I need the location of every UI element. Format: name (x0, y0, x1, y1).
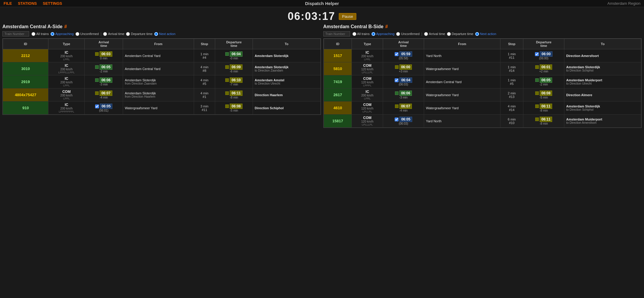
cell-id: 2212 (3, 49, 48, 62)
cell-type: COM 120 km/h LPLLPL (352, 102, 383, 115)
time-checkbox[interactable] (535, 52, 539, 56)
cell-id: 2919 (3, 75, 48, 88)
menu-stations[interactable]: STATIONS (18, 1, 37, 6)
cell-arrival: 06:05 (06:03) (383, 115, 424, 128)
cell-to: Amsterdam Sloterdijk (253, 49, 320, 62)
panel-b-title: Amsterdam Central B-Side # (323, 24, 642, 29)
col-departure-b: Departuretime (523, 39, 564, 49)
table-row[interactable]: 15817 COM 120 km/h LPLLLPL 06:05 (06:03)… (324, 115, 641, 128)
cell-type: IC 200 km/h LPPPLLLPPL (48, 62, 85, 75)
panel-a-title: Amsterdam Central A-Side # (2, 24, 321, 29)
table-row[interactable]: 4610 COM 120 km/h LPLLPL 06:07 -4 min Wa… (324, 102, 641, 115)
table-b-container: ID Type Arrivaltime From Stop Departuret… (323, 38, 642, 128)
col-arrival-a: Arrivaltime (85, 39, 123, 49)
separator-b: | (421, 32, 422, 36)
clock-display: 06:03:17 (288, 10, 335, 23)
col-stop-b: Stop (500, 39, 523, 49)
radio-approaching-a[interactable] (51, 32, 54, 36)
panel-a: Amsterdam Central A-Side # All trains Ap… (2, 24, 321, 128)
cell-arrival: 06:00 +3 min (383, 62, 424, 75)
table-row[interactable]: 2212 IC 200 km/h LPRL 06:03 0 min Amster… (3, 49, 321, 62)
col-to-b: To (564, 39, 641, 49)
table-row[interactable]: 3010 IC 200 km/h LPPPLLLPPL 06:05 -2 min… (3, 62, 321, 75)
col-stop-a: Stop (194, 39, 215, 49)
cell-stop: 2 min#13 (500, 88, 523, 102)
table-a-container: ID Type Arrivaltime From Stop Departuret… (2, 38, 321, 115)
menu-file[interactable]: FILE (4, 1, 12, 6)
table-row[interactable]: 1517 IC 200 km/h LPRL 05:59 (05:58) Yard… (324, 49, 641, 62)
cell-type: IC 200 km/h LPPPPPPPL (48, 102, 85, 115)
radio-departure-a[interactable] (126, 32, 130, 36)
table-row[interactable]: 7419 COM 120 km/h LPPPL 06:04 (06:03) Am… (324, 75, 641, 88)
cell-stop: 1 min#14 (500, 62, 523, 75)
radio-approaching-b[interactable] (371, 32, 375, 36)
radio-arrival-a[interactable] (103, 32, 107, 36)
pause-button[interactable]: Pause (339, 13, 356, 20)
cell-id: 5810 (324, 62, 352, 75)
radio-departure-b[interactable] (447, 32, 451, 36)
cell-departure: 06:01 +2 min (523, 62, 564, 75)
cell-from: Amsterdam Central Yard (123, 62, 194, 75)
cell-arrival: 06:06 -3 min (383, 88, 424, 102)
table-row[interactable]: 4804x75427 COM 200 km/h LPPL 06:07 -4 mi… (3, 88, 321, 102)
cell-arrival: 05:59 (05:58) (383, 49, 424, 62)
radio-arrival-b[interactable] (424, 32, 428, 36)
cell-from: Amsterdam Central Yard (424, 75, 500, 88)
cell-type: COM 120 km/h LPPPL (352, 75, 383, 88)
col-departure-a: Departuretime (215, 39, 253, 49)
cell-from: Yard North (424, 49, 500, 62)
cell-arrival: 06:05 (06:01) (85, 102, 123, 115)
col-arrival-b: Arrivaltime (383, 39, 424, 49)
table-row[interactable]: 2919 IC 200 km/h LPPL 06:06 -3 min Amste… (3, 75, 321, 88)
time-checkbox[interactable] (395, 52, 399, 56)
cell-stop: 4 min#5 (194, 75, 215, 88)
cell-to: Direction Haarlem (253, 88, 320, 102)
cell-stop: 6 min#10 (500, 115, 523, 128)
cell-id: 7419 (324, 75, 352, 88)
cell-id: 2617 (324, 88, 352, 102)
cell-stop: 4 min#14 (500, 102, 523, 115)
table-row[interactable]: 2617 IC 200 km/h LPRL 06:06 -3 min Water… (324, 88, 641, 102)
radio-next-action-b[interactable] (475, 32, 479, 36)
separator-a: | (100, 32, 101, 36)
cell-id: 4610 (324, 102, 352, 115)
cell-from: Watergraafsmeer Yard (424, 88, 500, 102)
app-region: Amsterdam Region (607, 1, 640, 6)
table-b: ID Type Arrivaltime From Stop Departuret… (324, 39, 642, 128)
cell-departure: 06:04 -0 min (215, 49, 253, 62)
cell-id: 4804x75427 (3, 88, 48, 102)
cell-from: Watergraafsmeer Yard (123, 102, 194, 115)
cell-stop: 1 min#5 (500, 75, 523, 88)
menu-settings[interactable]: SETTINGS (43, 1, 62, 6)
cell-type: COM 120 km/h LPLLLPL (352, 115, 383, 128)
radio-unconfirmed-b[interactable] (396, 32, 400, 36)
col-id-b: ID (324, 39, 352, 49)
col-to-a: To (253, 39, 320, 49)
cell-id: 15817 (324, 115, 352, 128)
cell-stop: 1 min#11 (500, 49, 523, 62)
time-checkbox[interactable] (395, 78, 399, 82)
cell-departure: 06:00 (06:00) (523, 49, 564, 62)
cell-arrival: 06:03 0 min (85, 49, 123, 62)
train-number-input-a[interactable] (2, 31, 29, 37)
cell-departure: 06:05 -2 min (523, 75, 564, 88)
cell-stop: 3 min#11 (194, 102, 215, 115)
radio-all-trains-b[interactable] (352, 32, 356, 36)
table-row[interactable]: 5810 COM 120 km/h LPLLLPL 06:00 +3 min W… (324, 62, 641, 75)
radio-unconfirmed-a[interactable] (75, 32, 79, 36)
time-checkbox[interactable] (395, 118, 399, 121)
col-from-a: From (123, 39, 194, 49)
radio-all-trains-a[interactable] (32, 32, 35, 36)
cell-departure: 06:11 -8 min (523, 115, 564, 128)
cell-arrival: 06:05 -2 min (85, 62, 123, 75)
cell-to: Direction Schiphol (253, 102, 320, 115)
radio-next-action-a[interactable] (154, 32, 158, 36)
cell-type: IC 200 km/h LPRL (352, 49, 383, 62)
time-checkbox[interactable] (95, 104, 99, 108)
cell-stop: 1 min#4 (194, 49, 215, 62)
cell-arrival: 06:07 -4 min (383, 102, 424, 115)
filter-bar-a: All trains Approaching Unconfirmed | Arr… (2, 31, 321, 37)
table-row[interactable]: 910 IC 200 km/h LPPPPPPPL 06:05 (06:01) … (3, 102, 321, 115)
train-number-input-b[interactable] (323, 31, 350, 37)
cell-departure: 06:11 -8 min (523, 102, 564, 115)
